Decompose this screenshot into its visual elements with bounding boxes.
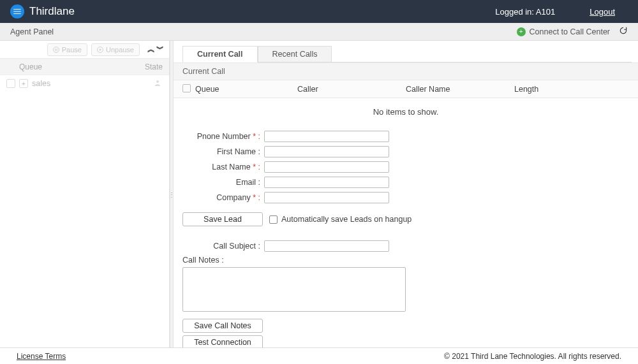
unpause-label: Unpause: [106, 46, 134, 54]
expand-collapse-controls: ︽ ︾: [147, 44, 164, 55]
sidebar-col-queue: Queue: [19, 62, 131, 71]
tab-current-call[interactable]: Current Call: [182, 46, 258, 62]
email-label: Email :: [182, 178, 264, 187]
license-terms-link[interactable]: License Terms: [17, 352, 66, 361]
sidebar: Pause Unpause ︽ ︾ Queue State + sales: [0, 41, 170, 347]
svg-rect-1: [55, 48, 56, 51]
main-panel: Current Call Recent Calls Current Call Q…: [174, 41, 638, 347]
queue-name: sales: [32, 79, 154, 88]
current-call-panel: Current Call Queue Caller Caller Name Le…: [174, 62, 638, 347]
call-notes-textarea[interactable]: [182, 267, 406, 312]
col-queue: Queue: [195, 85, 297, 94]
tab-strip: Current Call Recent Calls: [182, 46, 638, 62]
grid-header: Queue Caller Caller Name Length: [174, 80, 638, 98]
company-input[interactable]: [264, 192, 389, 203]
test-connection-button[interactable]: Test Connection: [182, 335, 263, 347]
menu-lines-icon: [13, 7, 22, 16]
pause-icon: [53, 47, 59, 53]
brand-name: Thirdlane: [29, 5, 75, 18]
copyright-text: © 2021 Third Lane Technologies. All righ…: [444, 352, 621, 361]
auto-save-checkbox[interactable]: [269, 215, 278, 224]
top-header: Thirdlane Logged in: A101 Logout: [0, 0, 638, 23]
lead-form: Pnone Number * : First Name : Last Name …: [174, 126, 638, 347]
col-caller-name: Caller Name: [406, 85, 514, 94]
sidebar-header-row: Queue State: [0, 59, 169, 75]
page-title: Agent Panel: [10, 27, 54, 36]
panel-title: Current Call: [174, 62, 638, 80]
splitter-handle[interactable]: [170, 41, 174, 347]
work-area: Pause Unpause ︽ ︾ Queue State + sales: [0, 41, 638, 347]
logged-in-prefix: Logged in:: [495, 7, 536, 17]
sidebar-col-state: State: [131, 62, 163, 71]
sidebar-queue-row[interactable]: + sales: [0, 75, 169, 92]
plus-circle-icon: +: [517, 27, 526, 36]
phone-input[interactable]: [264, 131, 389, 142]
pause-button[interactable]: Pause: [47, 43, 87, 56]
auto-save-checkbox-wrap[interactable]: Automatically save Leads on hangup: [269, 215, 412, 224]
sidebar-toolbar: Pause Unpause ︽ ︾: [0, 41, 169, 59]
call-notes-label: Call Notes :: [182, 256, 629, 265]
first-name-label: First Name :: [182, 147, 264, 156]
call-subject-label: Call Subject :: [182, 242, 264, 251]
refresh-icon[interactable]: [619, 26, 628, 37]
col-length: Length: [514, 85, 578, 94]
svg-point-0: [53, 47, 59, 52]
play-icon: [97, 47, 103, 53]
company-label: Company * :: [182, 193, 264, 202]
save-lead-button[interactable]: Save Lead: [182, 212, 263, 226]
row-checkbox[interactable]: [6, 79, 15, 88]
unpause-button[interactable]: Unpause: [91, 43, 140, 56]
collapse-all-icon[interactable]: ︽: [147, 44, 155, 55]
phone-label: Pnone Number * :: [182, 132, 264, 141]
save-call-notes-button[interactable]: Save Call Notes: [182, 319, 263, 333]
email-input[interactable]: [264, 177, 389, 188]
first-name-input[interactable]: [264, 146, 389, 157]
logged-in-user: A101: [536, 7, 555, 17]
tab-recent-calls[interactable]: Recent Calls: [258, 46, 332, 62]
pause-label: Pause: [62, 46, 82, 54]
expand-row-icon[interactable]: +: [19, 79, 28, 88]
svg-point-5: [156, 80, 159, 83]
last-name-label: Last Name * :: [182, 163, 264, 171]
auto-save-label: Automatically save Leads on hangup: [281, 215, 412, 224]
last-name-input[interactable]: [264, 161, 389, 173]
select-all-checkbox[interactable]: [182, 84, 191, 92]
expand-all-icon[interactable]: ︾: [156, 44, 164, 55]
empty-grid-message: No items to show.: [174, 98, 638, 126]
connect-call-center-button[interactable]: + Connect to Call Center: [517, 27, 610, 36]
footer: License Terms © 2021 Third Lane Technolo…: [0, 347, 638, 364]
call-subject-input[interactable]: [264, 240, 389, 252]
logout-link[interactable]: Logout: [590, 7, 615, 17]
logged-in-label: Logged in: A101: [495, 7, 555, 17]
col-caller: Caller: [297, 85, 406, 94]
connect-label: Connect to Call Center: [530, 27, 610, 36]
svg-marker-4: [100, 48, 101, 51]
brand-logo-icon: [10, 4, 24, 18]
agent-state-icon: [154, 79, 163, 89]
sub-header: Agent Panel + Connect to Call Center: [0, 23, 638, 41]
svg-rect-2: [56, 48, 57, 51]
